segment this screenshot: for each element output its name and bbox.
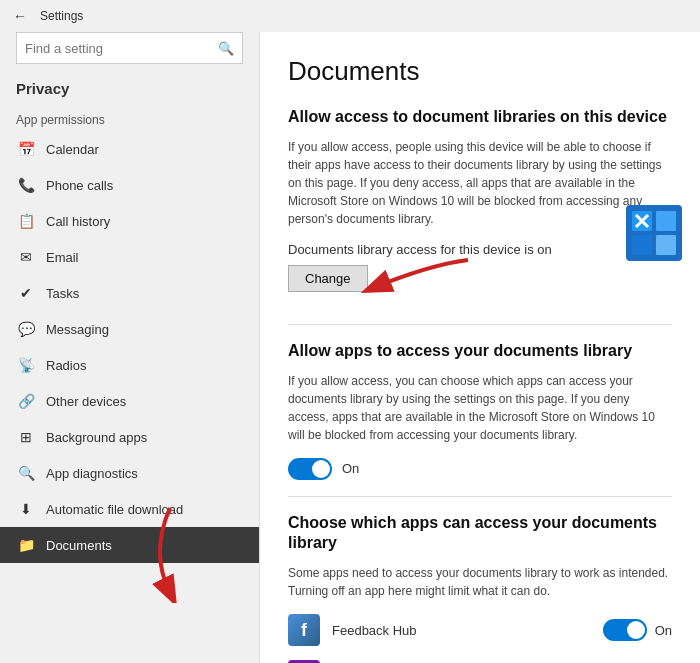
- phone-calls-label: Phone calls: [46, 178, 113, 193]
- sidebar-item-other-devices[interactable]: 🔗 Other devices: [0, 383, 259, 419]
- app-permissions-label: App permissions: [0, 101, 259, 131]
- call-history-label: Call history: [46, 214, 110, 229]
- title-bar-label: Settings: [40, 9, 83, 23]
- divider1: [288, 324, 672, 325]
- messaging-label: Messaging: [46, 322, 109, 337]
- email-label: Email: [46, 250, 79, 265]
- sidebar-item-documents[interactable]: 📁 Documents: [0, 527, 259, 563]
- sidebar-item-calendar[interactable]: 📅 Calendar: [0, 131, 259, 167]
- toggle-row-main: On: [288, 458, 672, 480]
- change-button[interactable]: Change: [288, 265, 368, 292]
- sidebar-item-email[interactable]: ✉ Email: [0, 239, 259, 275]
- main-content: Documents Allow access to document libra…: [260, 32, 700, 663]
- main-toggle[interactable]: [288, 458, 332, 480]
- sidebar-item-messaging[interactable]: 💬 Messaging: [0, 311, 259, 347]
- automatic-file-download-label: Automatic file download: [46, 502, 183, 517]
- app-rows-container: f Feedback Hub On N OneNote for Windows …: [288, 614, 672, 663]
- section2-title: Allow apps to access your documents libr…: [288, 341, 672, 362]
- divider2: [288, 496, 672, 497]
- documents-label: Documents: [46, 538, 112, 553]
- section3-desc: Some apps need to access your documents …: [288, 564, 672, 600]
- windows-logo-area: [626, 205, 682, 265]
- nav-items-container: 📅 Calendar 📞 Phone calls 📋 Call history …: [0, 131, 259, 563]
- svg-rect-3: [656, 211, 676, 231]
- sidebar-item-radios[interactable]: 📡 Radios: [0, 347, 259, 383]
- app-diagnostics-label: App diagnostics: [46, 466, 138, 481]
- page-title: Documents: [288, 56, 672, 87]
- calendar-icon: 📅: [16, 139, 36, 159]
- section1-desc: If you allow access, people using this d…: [288, 138, 672, 228]
- privacy-label: Privacy: [0, 72, 259, 101]
- main-toggle-label: On: [342, 461, 359, 476]
- app-row-feedback-hub: f Feedback Hub On: [288, 614, 672, 646]
- app-diagnostics-icon: 🔍: [16, 463, 36, 483]
- search-icon[interactable]: 🔍: [218, 41, 234, 56]
- sidebar-item-call-history[interactable]: 📋 Call history: [0, 203, 259, 239]
- feedback-hub-name: Feedback Hub: [332, 623, 603, 638]
- phone-calls-icon: 📞: [16, 175, 36, 195]
- section2-desc: If you allow access, you can choose whic…: [288, 372, 672, 444]
- feedback-hub-icon: f: [288, 614, 320, 646]
- svg-rect-4: [632, 235, 652, 255]
- title-bar: ← Settings: [0, 0, 700, 32]
- sidebar-item-automatic-file-download[interactable]: ⬇ Automatic file download: [0, 491, 259, 527]
- feedback-hub-toggle-label: On: [655, 623, 672, 638]
- device-access-label: Documents library access for this device…: [288, 242, 672, 257]
- windows-logo-icon: [626, 205, 682, 261]
- sidebar-item-tasks[interactable]: ✔ Tasks: [0, 275, 259, 311]
- tasks-label: Tasks: [46, 286, 79, 301]
- background-apps-icon: ⊞: [16, 427, 36, 447]
- email-icon: ✉: [16, 247, 36, 267]
- back-button[interactable]: ←: [8, 4, 32, 28]
- messaging-icon: 💬: [16, 319, 36, 339]
- background-apps-label: Background apps: [46, 430, 147, 445]
- call-history-icon: 📋: [16, 211, 36, 231]
- search-box[interactable]: 🔍: [16, 32, 243, 64]
- app-container: 🔍 Privacy App permissions 📅 Calendar 📞 P…: [0, 32, 700, 663]
- calendar-label: Calendar: [46, 142, 99, 157]
- documents-icon: 📁: [16, 535, 36, 555]
- radios-label: Radios: [46, 358, 86, 373]
- other-devices-label: Other devices: [46, 394, 126, 409]
- sidebar: 🔍 Privacy App permissions 📅 Calendar 📞 P…: [0, 32, 260, 663]
- automatic-file-download-icon: ⬇: [16, 499, 36, 519]
- sidebar-item-phone-calls[interactable]: 📞 Phone calls: [0, 167, 259, 203]
- feedback-hub-toggle[interactable]: [603, 619, 647, 641]
- sidebar-item-app-diagnostics[interactable]: 🔍 App diagnostics: [0, 455, 259, 491]
- search-input[interactable]: [25, 41, 218, 56]
- radios-icon: 📡: [16, 355, 36, 375]
- section1-title: Allow access to document libraries on th…: [288, 107, 672, 128]
- tasks-icon: ✔: [16, 283, 36, 303]
- sidebar-item-background-apps[interactable]: ⊞ Background apps: [0, 419, 259, 455]
- other-devices-icon: 🔗: [16, 391, 36, 411]
- section3-title: Choose which apps can access your docume…: [288, 513, 672, 555]
- svg-rect-5: [656, 235, 676, 255]
